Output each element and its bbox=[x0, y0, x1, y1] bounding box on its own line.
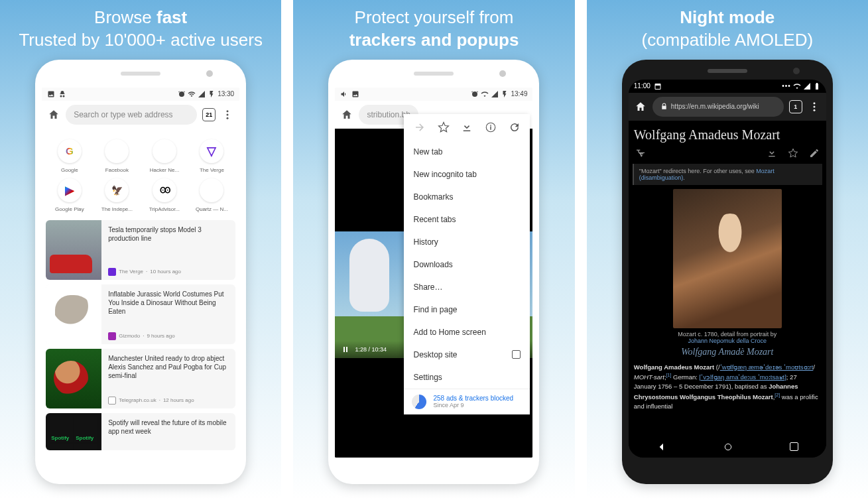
headline-bold: trackers and popups bbox=[349, 30, 519, 50]
svg-point-2 bbox=[227, 117, 229, 119]
feed-thumb bbox=[46, 349, 101, 408]
menu-new-tab[interactable]: New tab bbox=[404, 141, 530, 163]
home-icon[interactable] bbox=[634, 100, 647, 113]
download-icon[interactable] bbox=[767, 148, 777, 158]
headline-bold: fast bbox=[156, 7, 187, 27]
shortcut-label: Facebook bbox=[105, 167, 129, 173]
headline-pre: Browse bbox=[94, 7, 156, 27]
caption-link[interactable]: Johann Nepomuk della Croce bbox=[688, 338, 767, 344]
search-input[interactable]: Search or type web address bbox=[66, 105, 197, 125]
tab-switcher[interactable]: 1 bbox=[789, 100, 802, 113]
menu-bookmarks[interactable]: Bookmarks bbox=[404, 186, 530, 208]
home-icon[interactable] bbox=[47, 108, 60, 121]
redirect-notice: "Mozart" redirects here. For other uses,… bbox=[633, 164, 822, 185]
url-bar[interactable]: https://en.m.wikipedia.org/wiki bbox=[652, 97, 784, 117]
menu-incognito[interactable]: New incognito tab bbox=[404, 163, 530, 186]
shortcut-play[interactable]: Google Play bbox=[47, 178, 92, 212]
headline-sub: Trusted by 10'000+ active users bbox=[19, 30, 262, 50]
star-icon[interactable] bbox=[437, 121, 450, 134]
news-feed[interactable]: Tesla temporarily stops Model 3 producti… bbox=[42, 216, 239, 458]
edit-icon[interactable] bbox=[809, 148, 820, 158]
ad-block-status[interactable]: 258 ads & trackers blocked Since Apr 9 bbox=[404, 389, 530, 414]
feed-meta: Gizmodo · 9 hours ago bbox=[108, 332, 229, 340]
menu-recent-tabs[interactable]: Recent tabs bbox=[404, 208, 530, 231]
phone-mockup: 13:30 Search or type web address 21 Goog… bbox=[35, 60, 246, 484]
incognito-icon bbox=[58, 90, 66, 98]
feed-title: Tesla temporarily stops Model 3 producti… bbox=[108, 225, 229, 243]
forward-icon[interactable] bbox=[413, 121, 426, 134]
menu-icon[interactable] bbox=[808, 100, 821, 113]
shortcut-google[interactable]: Google bbox=[47, 139, 92, 173]
shortcut-label: Quartz — N... bbox=[196, 206, 228, 212]
svg-point-4 bbox=[813, 102, 815, 104]
phone-mockup: 13:49 stribution.bb 1:28 / 10:34 bbox=[328, 60, 539, 484]
info-icon[interactable] bbox=[484, 121, 497, 134]
pause-icon[interactable] bbox=[341, 345, 349, 353]
menu-add-home[interactable]: Add to Home screen bbox=[404, 321, 530, 344]
checkbox-icon[interactable] bbox=[512, 350, 521, 359]
shortcut-label: Hacker Ne... bbox=[150, 167, 179, 173]
phone-speaker bbox=[121, 72, 160, 76]
shortcut-hackernews[interactable]: YHacker Ne... bbox=[142, 139, 187, 173]
search-placeholder: Search or type web address bbox=[74, 110, 172, 119]
menu-desktop-site[interactable]: Desktop site bbox=[404, 344, 530, 366]
shortcut-tripadvisor[interactable]: TripAdvisor... bbox=[142, 178, 187, 212]
calendar-icon bbox=[654, 82, 662, 90]
alarm-icon bbox=[471, 90, 479, 98]
screen: 13:49 stribution.bb 1:28 / 10:34 bbox=[335, 88, 532, 458]
phone-camera bbox=[499, 70, 506, 77]
phone-camera bbox=[206, 70, 213, 77]
alarm-icon bbox=[178, 90, 186, 98]
star-icon[interactable] bbox=[788, 148, 798, 158]
feed-thumb: SpotifySpotifySpotifySpotify bbox=[46, 413, 101, 450]
shortcut-independent[interactable]: The Indepe... bbox=[95, 178, 140, 212]
status-bar: 11:00 ••• bbox=[629, 80, 826, 93]
shortcut-verge[interactable]: The Verge bbox=[190, 139, 235, 173]
language-icon[interactable] bbox=[635, 148, 646, 158]
menu-history[interactable]: History bbox=[404, 231, 530, 253]
article-body: Wolfgang Amadeus Mozart (/ˈwʊlfɡæŋ æməˈd… bbox=[629, 361, 826, 413]
feed-card[interactable]: SpotifySpotifySpotifySpotify Spotify wil… bbox=[46, 413, 235, 450]
home-icon[interactable] bbox=[340, 108, 353, 121]
promo-panel-protect: Protect yourself from trackers and popup… bbox=[293, 0, 574, 500]
feed-meta: The Verge · 10 hours ago bbox=[108, 268, 229, 276]
screen: 11:00 ••• https://en.m.wikipedia.org/wik… bbox=[629, 80, 826, 458]
toolbar: Search or type web address 21 bbox=[42, 101, 239, 129]
feed-title: Spotify will reveal the future of its mo… bbox=[108, 418, 229, 436]
tab-switcher[interactable]: 21 bbox=[202, 108, 216, 121]
shortcut-label: The Verge bbox=[200, 167, 224, 173]
image-icon bbox=[47, 90, 55, 98]
signal-icon bbox=[803, 82, 811, 90]
feed-card[interactable]: Manchester United ready to drop abject A… bbox=[46, 349, 235, 408]
feed-meta: Telegraph.co.uk · 12 hours ago bbox=[108, 397, 229, 405]
phone-mockup-dark: 11:00 ••• https://en.m.wikipedia.org/wik… bbox=[622, 60, 833, 484]
toolbar: https://en.m.wikipedia.org/wiki 1 bbox=[629, 93, 826, 121]
svg-point-5 bbox=[813, 105, 815, 107]
screen: 13:30 Search or type web address 21 Goog… bbox=[42, 88, 239, 458]
feed-card[interactable]: Inflatable Jurassic World Costumes Put Y… bbox=[46, 284, 235, 344]
shortcut-facebook[interactable]: fFacebook bbox=[95, 139, 140, 173]
battery-icon bbox=[813, 82, 821, 90]
status-time: 13:49 bbox=[511, 90, 527, 97]
overflow-menu: New tab New incognito tab Bookmarks Rece… bbox=[404, 114, 530, 414]
home-nav-icon[interactable] bbox=[723, 442, 733, 452]
wiki-article[interactable]: Wolfgang Amadeus Mozart "Mozart" redirec… bbox=[629, 121, 826, 436]
portrait-image[interactable] bbox=[673, 189, 782, 328]
menu-icon[interactable] bbox=[221, 108, 234, 121]
back-icon[interactable] bbox=[656, 442, 667, 452]
menu-find[interactable]: Find in page bbox=[404, 298, 530, 321]
bolt-icon bbox=[208, 90, 216, 98]
feed-card[interactable]: Tesla temporarily stops Model 3 producti… bbox=[46, 220, 235, 280]
svg-point-6 bbox=[813, 109, 815, 111]
phone-camera bbox=[793, 68, 800, 74]
reload-icon[interactable] bbox=[508, 121, 521, 134]
shortcut-quartz[interactable]: QQuartz — N... bbox=[190, 178, 235, 212]
headline: Browse fast Trusted by 10'000+ active us… bbox=[19, 7, 262, 52]
image-caption: Mozart c. 1780, detail from portrait by … bbox=[629, 331, 826, 344]
menu-settings[interactable]: Settings bbox=[404, 366, 530, 389]
android-navbar bbox=[629, 436, 826, 458]
download-icon[interactable] bbox=[460, 121, 473, 134]
recents-icon[interactable] bbox=[790, 442, 798, 451]
menu-share[interactable]: Share… bbox=[404, 276, 530, 298]
menu-downloads[interactable]: Downloads bbox=[404, 253, 530, 276]
